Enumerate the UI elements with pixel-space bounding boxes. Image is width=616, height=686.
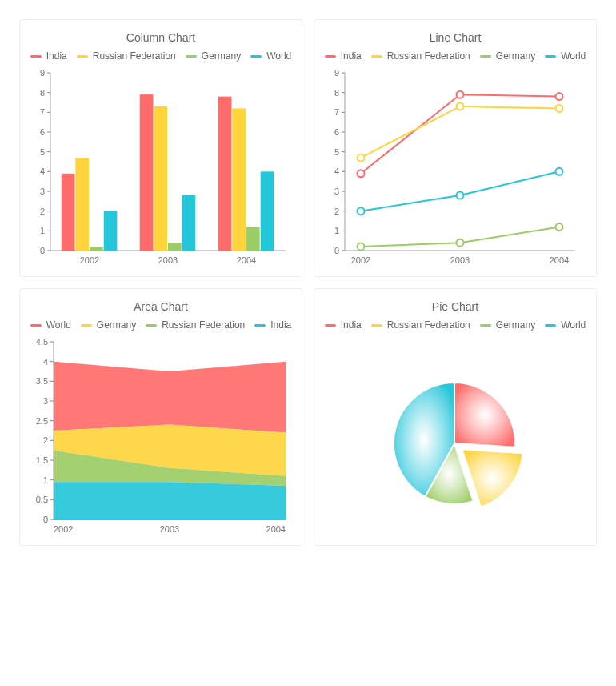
legend-label: World [46,319,71,331]
svg-text:2004: 2004 [237,255,256,265]
svg-text:6: 6 [334,127,339,137]
svg-text:3.5: 3.5 [36,376,48,386]
svg-text:3: 3 [40,187,45,196]
line-chart-card: Line Chart India Russian Federation Germ… [314,19,597,277]
svg-rect-33 [232,108,246,251]
legend-item-india[interactable]: India [254,319,291,331]
svg-point-71 [358,207,365,215]
svg-text:2003: 2003 [160,524,179,534]
svg-text:4: 4 [40,166,45,176]
pie-chart-title: Pie Chart [322,300,588,313]
legend-label: India [341,50,362,62]
svg-rect-29 [168,243,182,251]
svg-text:1: 1 [40,226,45,235]
svg-rect-24 [90,247,103,251]
svg-point-68 [358,243,365,251]
legend-item-world[interactable]: World [30,319,71,331]
svg-point-69 [457,239,464,247]
line-chart-title: Line Chart [322,31,588,44]
svg-text:5: 5 [40,147,45,157]
svg-text:4: 4 [334,166,339,176]
pie-chart-legend: India Russian Federation Germany World [322,319,588,331]
svg-rect-34 [246,227,260,251]
svg-text:7: 7 [40,107,45,117]
svg-text:1.5: 1.5 [36,455,48,465]
svg-text:8: 8 [334,88,339,98]
legend-label: India [341,319,362,331]
svg-text:2002: 2002 [54,524,73,534]
line-chart-plot: 0123456789200220032004 [322,68,586,268]
svg-rect-28 [154,106,167,251]
svg-text:4.5: 4.5 [36,337,48,347]
legend-label: Russian Federation [387,50,470,62]
svg-text:2002: 2002 [80,255,99,265]
svg-point-67 [556,105,563,112]
legend-label: Germany [97,319,136,331]
svg-text:3: 3 [43,396,48,406]
legend-item-germany[interactable]: Germany [480,319,535,331]
legend-label: Germany [202,50,241,62]
svg-text:0: 0 [40,246,45,255]
svg-rect-30 [182,195,196,251]
area-chart-card: Area Chart World Germany Russian Federat… [19,288,302,546]
legend-label: India [270,319,291,331]
chart-grid: Column Chart India Russian Federation Ge… [19,19,597,546]
legend-item-germany[interactable]: Germany [81,319,136,331]
svg-rect-32 [218,97,232,251]
svg-text:0: 0 [43,515,48,524]
svg-text:3: 3 [334,187,339,196]
legend-item-russia[interactable]: Russian Federation [371,319,470,331]
legend-item-india[interactable]: India [325,319,362,331]
line-chart-legend: India Russian Federation Germany World [322,50,588,62]
legend-item-germany[interactable]: Germany [186,50,241,62]
area-chart-legend: World Germany Russian Federation India [28,319,294,331]
svg-text:9: 9 [40,68,45,78]
svg-text:2: 2 [40,207,45,216]
area-chart-title: Area Chart [28,300,294,313]
svg-text:9: 9 [334,68,339,78]
svg-text:2: 2 [334,207,339,216]
legend-label: World [561,50,586,62]
svg-text:2: 2 [43,435,48,445]
pie-chart-card: Pie Chart India Russian Federation Germa… [314,288,597,546]
pie-chart-plot [322,337,586,537]
svg-point-70 [556,223,563,231]
column-chart-plot: 0123456789200220032004 [28,68,292,268]
column-chart-title: Column Chart [28,31,294,44]
svg-point-66 [457,102,464,110]
column-chart-legend: India Russian Federation Germany World [28,50,294,62]
svg-text:1: 1 [43,475,48,485]
svg-point-73 [556,168,563,175]
svg-rect-27 [140,94,154,251]
legend-item-india[interactable]: India [325,50,362,62]
svg-text:5: 5 [334,147,339,157]
svg-rect-23 [75,158,89,251]
legend-label: Russian Federation [162,319,245,331]
svg-text:0: 0 [334,246,339,255]
svg-point-63 [457,91,464,98]
legend-label: Russian Federation [93,50,176,62]
legend-label: World [266,50,291,62]
legend-item-india[interactable]: India [30,50,67,62]
legend-item-world[interactable]: World [545,50,586,62]
legend-item-russia[interactable]: Russian Federation [371,50,470,62]
legend-item-russia[interactable]: Russian Federation [77,50,176,62]
svg-text:2003: 2003 [158,255,178,265]
legend-label: Russian Federation [387,319,470,331]
svg-text:8: 8 [40,88,45,98]
svg-text:2003: 2003 [450,255,470,265]
legend-label: India [46,50,67,62]
svg-text:0.5: 0.5 [36,495,48,504]
svg-point-62 [358,170,365,177]
svg-text:1: 1 [334,226,339,235]
legend-item-germany[interactable]: Germany [480,50,535,62]
legend-item-russia[interactable]: Russian Federation [146,319,245,331]
svg-point-72 [457,191,464,199]
svg-rect-22 [62,174,75,251]
legend-label: World [561,319,586,331]
legend-item-world[interactable]: World [250,50,291,62]
svg-text:7: 7 [334,107,339,117]
svg-text:2.5: 2.5 [36,416,48,426]
legend-item-world[interactable]: World [545,319,586,331]
column-chart-card: Column Chart India Russian Federation Ge… [19,19,302,277]
